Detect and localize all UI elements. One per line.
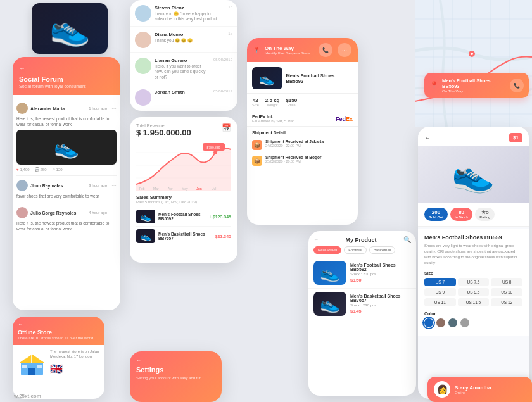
phone-button[interactable]: 📞 (510, 79, 524, 92)
chat-item[interactable]: Lianan Gurero Hello, if you want to orde… (130, 53, 238, 84)
detail-stats: 200 Sold Out 80 In Stock ★5 Rating (418, 203, 529, 227)
post-time: 1 hour ago (89, 106, 107, 110)
onway-status: On The Way (442, 89, 507, 93)
post-image: 👟 (16, 130, 117, 165)
spec-price: $150 Price (286, 97, 297, 107)
color-brown[interactable] (436, 318, 445, 327)
size-us7[interactable]: US 7 (424, 278, 456, 286)
detail-shoe-image: 👟 (418, 146, 529, 203)
stacy-status: Online (455, 391, 491, 394)
more-icon[interactable]: ⋯ (111, 183, 117, 189)
back-button[interactable]: ← (314, 237, 319, 242)
avatar (16, 180, 28, 191)
color-blue[interactable] (424, 318, 433, 327)
search-icon[interactable]: 🔍 (403, 236, 411, 243)
phone-button[interactable]: 📞 (319, 43, 332, 57)
product-item[interactable]: 👟 Men's Football Shoes BB5592 Stock : 20… (308, 258, 416, 289)
chat-item[interactable]: Diana Monro Thank you 😊 😊 😊 1d (130, 27, 238, 53)
settings-card: ← Settings Setting your account with eas… (130, 351, 222, 402)
on-the-way-banner: 📍 Men's Football Shoes BB5593 On The Way… (424, 73, 529, 98)
chat-item[interactable]: Jordan Smith 05/08/2019 (130, 84, 238, 110)
chat-name: Lianan Gurero (155, 58, 210, 63)
chat-info: Lianan Gurero Hello, if you want to orde… (155, 58, 210, 80)
product-title: My Product (345, 237, 376, 243)
shipment-card: 📍 On The Way Identify Fire Sanjana Stree… (247, 38, 358, 225)
step-info: Shipment Received at Bogor 25/02/2020 - … (265, 155, 322, 163)
size-us75[interactable]: US 7.5 (458, 278, 490, 286)
size-us11[interactable]: US 11 (424, 298, 456, 306)
product-item[interactable]: 👟 Men's Basketball Shoes BB7657 Stock : … (308, 289, 416, 319)
shipment-step: 📦 Shipment Received at Jakarta 24/02/202… (247, 137, 358, 153)
shipment-address: Identify Fire Sanjana Street (265, 51, 315, 55)
detail-body: Men's Football Shoes BB559 Shoes are ver… (418, 229, 529, 336)
sales-period: Past 5 months (Oct, Nov, Dec 2019) (136, 200, 197, 204)
chat-name: Steven Rienz (155, 5, 225, 11)
color-options (424, 318, 522, 327)
size-us9[interactable]: US 9 (424, 288, 456, 296)
post-time: 3 hour ago (89, 184, 107, 187)
more-icon[interactable]: ⋯ (111, 106, 117, 111)
offline-store-card: ← Offline Store There are 10 stores spre… (13, 317, 104, 399)
filter-new-arrival[interactable]: New Arrival (314, 246, 341, 254)
back-button[interactable]: ← (424, 134, 431, 141)
offline-header: ← Offline Store There are 10 stores spre… (13, 317, 104, 345)
sales-summary: Sales Summary Past 5 months (Oct, Nov, D… (130, 191, 238, 249)
more-icon[interactable]: ⋯ (111, 210, 117, 216)
product-thumbnail: 👟 (136, 210, 155, 223)
social-forum-card: ← Social Forum Social forum with loyal c… (13, 57, 120, 310)
svg-point-16 (213, 151, 217, 154)
avatar (16, 207, 28, 218)
back-arrow[interactable]: ← (18, 322, 99, 327)
back-arrow[interactable]: ← (136, 358, 215, 363)
avatar (135, 89, 151, 106)
revenue-label: Total Revenue (136, 123, 191, 128)
social-body: Alexander Maria 1 hour ago ⋯ Here it is,… (13, 95, 120, 239)
product-name: Men's Football Shoes BB5592 (286, 73, 353, 84)
chat-info: Jordan Smith (155, 89, 210, 95)
share-action[interactable]: ↗ 120 (52, 167, 63, 172)
revenue-amount: $ 1.950.000.00 (136, 128, 191, 137)
social-post: Alexander Maria 1 hour ago ⋯ Here it is,… (16, 99, 117, 176)
size-us12[interactable]: US 12 (491, 298, 522, 306)
chat-message: Thank you 😊 😊 😊 (155, 38, 225, 43)
watermark: w.25xt.com (14, 393, 41, 399)
color-gray[interactable] (460, 318, 469, 327)
sales-value: + $123.345 (209, 215, 231, 219)
more-button[interactable]: ⋯ (338, 43, 352, 57)
chat-info: Diana Monro Thank you 😊 😊 😊 (155, 32, 225, 43)
size-grid: US 7 US 7.5 US 8 US 9 US 9.5 US 10 US 11… (424, 278, 522, 306)
chat-item[interactable]: Steven Rienz thank you 😊 i'm very happy … (130, 0, 238, 27)
step-icon: 📦 (252, 140, 262, 150)
social-subtitle: Social forum with loyal consumers (19, 84, 114, 89)
size-us115[interactable]: US 11.5 (458, 298, 490, 306)
post-text: favor shoes that are very comfortable to… (16, 193, 117, 199)
offline-info-text: The nearest store is on Jalan Merdeka, N… (50, 349, 99, 360)
stacy-chat-bubble[interactable]: 👩 Stacy Amantha Online (428, 377, 532, 402)
stacy-name: Stacy Amantha (455, 385, 491, 391)
size-us95[interactable]: US 9.5 (458, 288, 490, 296)
sales-item-info: Men's Basketball Shoes BB7657 (158, 232, 209, 241)
shipment-product: 👟 Men's Football Shoes BB5592 (247, 62, 358, 94)
svg-text:May: May (182, 187, 188, 191)
like-action[interactable]: ♥ 1,400 (16, 167, 30, 172)
calendar-icon[interactable]: 📅 (222, 123, 231, 132)
product-item-info: Men's Basketball Shoes BB7657 Stock : 23… (350, 294, 411, 314)
svg-text:Jun: Jun (196, 187, 202, 191)
flag-icons: 🇬🇧 (50, 363, 99, 375)
offline-body: The nearest store is on Jalan Merdeka, N… (13, 345, 104, 381)
chat-time: 05/08/2019 (213, 58, 232, 61)
price-badge: $1 (509, 133, 522, 142)
post-text: Here it is, the newest product that is c… (16, 220, 117, 232)
chat-time: 05/08/2019 (213, 89, 232, 93)
more-options-icon[interactable]: ⋯ (225, 194, 231, 201)
filter-basketball[interactable]: Basketball (369, 246, 396, 254)
svg-text:Mar: Mar (153, 187, 159, 191)
size-us8[interactable]: US 8 (491, 278, 522, 286)
size-us10[interactable]: US 10 (491, 288, 522, 296)
product-name: Men's Football Shoes BB559 (424, 234, 522, 241)
comment-action[interactable]: 💬 250 (35, 167, 47, 172)
color-dark-gray[interactable] (448, 318, 457, 327)
filter-football[interactable]: Football (344, 246, 366, 254)
back-arrow-icon[interactable]: ← (19, 65, 114, 72)
my-product-card: ← My Product 🔍 New Arrival Football Bask… (308, 231, 416, 396)
